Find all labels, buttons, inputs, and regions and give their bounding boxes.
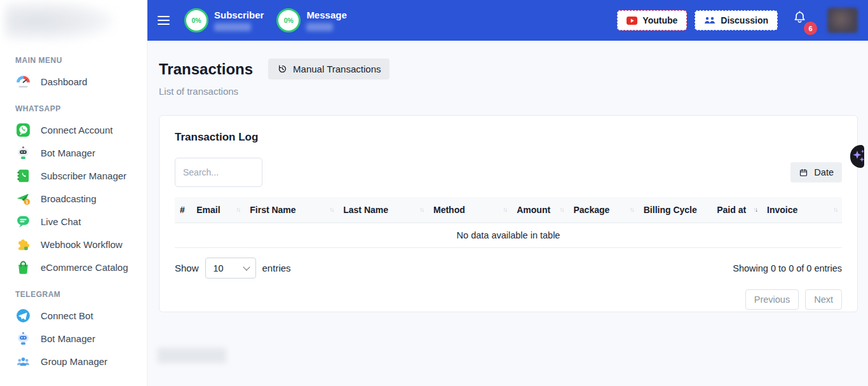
section-title-whatsapp: WHATSAPP bbox=[15, 104, 132, 113]
gauge-icon bbox=[15, 73, 31, 90]
shopping-bag-icon bbox=[15, 259, 31, 275]
calendar-icon bbox=[799, 168, 808, 177]
sidebar: MAIN MENU Dashboard WHATSAPP Connect Acc… bbox=[0, 0, 147, 386]
footer-text-blurred bbox=[158, 348, 226, 363]
column-header-last-name[interactable]: Last Name↑↓ bbox=[338, 197, 428, 223]
previous-page-button[interactable]: Previous bbox=[745, 289, 799, 310]
manual-transactions-label: Manual Transactions bbox=[293, 64, 381, 74]
sidebar-item-label: Bot Manager bbox=[41, 148, 95, 158]
subscriber-progress-circle: 0% bbox=[184, 8, 208, 32]
message-stat-label: Message bbox=[306, 10, 346, 20]
sidebar-item-ecommerce-catalog[interactable]: eCommerce Catalog bbox=[6, 256, 140, 279]
puzzle-icon bbox=[15, 236, 31, 252]
menu-toggle-icon[interactable] bbox=[158, 16, 172, 25]
section-title-telegram: TELEGRAM bbox=[15, 290, 132, 299]
sidebar-item-label: Broadcasting bbox=[41, 193, 97, 204]
notification-count-badge: 6 bbox=[804, 22, 817, 35]
sidebar-item-connect-bot[interactable]: Connect Bot bbox=[6, 304, 140, 327]
discussion-button-label: Discussion bbox=[721, 15, 768, 25]
search-input[interactable] bbox=[175, 158, 262, 187]
card-title: Transaction Log bbox=[175, 131, 842, 144]
youtube-button-label: Youtube bbox=[642, 15, 677, 25]
subscriber-stat-value-blurred bbox=[214, 23, 251, 31]
robot-blue-icon bbox=[15, 330, 31, 347]
sidebar-item-label: Dashboard bbox=[41, 76, 87, 87]
sidebar-item-label: Webhook Workflow bbox=[41, 239, 123, 250]
users-icon bbox=[704, 16, 715, 25]
sidebar-item-label: Connect Bot bbox=[41, 310, 93, 321]
ai-assistant-button[interactable] bbox=[850, 145, 864, 168]
sort-icon: ↑↓ bbox=[833, 207, 837, 213]
date-filter-button[interactable]: Date bbox=[790, 162, 842, 183]
sidebar-item-label: Bot Manager bbox=[41, 333, 95, 344]
entries-label: entries bbox=[262, 263, 291, 273]
column-header-paid-at[interactable]: Paid at↑↓ bbox=[712, 197, 762, 223]
user-avatar[interactable] bbox=[827, 8, 858, 33]
table-header-row: # Email↑↓ First Name↑↓ Last Name↑↓ Metho… bbox=[175, 197, 842, 223]
sidebar-item-live-chat[interactable]: Live Chat bbox=[6, 210, 140, 233]
show-label: Show bbox=[175, 263, 199, 273]
youtube-button[interactable]: Youtube bbox=[617, 10, 687, 31]
showing-entries-text: Showing 0 to 0 of 0 entries bbox=[733, 263, 842, 273]
manual-transactions-button[interactable]: Manual Transactions bbox=[268, 59, 390, 79]
sparkles-icon bbox=[853, 148, 865, 165]
column-header-email[interactable]: Email↑↓ bbox=[191, 197, 245, 223]
date-button-label: Date bbox=[814, 167, 834, 177]
transaction-log-card: Transaction Log Date # Email↑↓ First Nam… bbox=[159, 115, 858, 312]
svg-text:1: 1 bbox=[25, 199, 28, 203]
sidebar-item-bot-manager-whatsapp[interactable]: Bot Manager bbox=[6, 141, 140, 164]
column-header-index: # bbox=[175, 197, 191, 223]
sidebar-item-group-manager[interactable]: Group Manager bbox=[6, 350, 140, 373]
sort-icon: ↑↓ bbox=[419, 207, 423, 213]
notifications-button[interactable]: 6 bbox=[792, 10, 811, 31]
sidebar-item-label: Subscriber Manager bbox=[41, 170, 126, 181]
column-header-first-name[interactable]: First Name↑↓ bbox=[245, 197, 338, 223]
page-subtitle: List of transactions bbox=[147, 79, 868, 97]
contact-book-icon bbox=[15, 167, 31, 184]
discussion-button[interactable]: Discussion bbox=[695, 10, 778, 31]
column-header-package[interactable]: Package↑↓ bbox=[569, 197, 639, 223]
section-title-main-menu: MAIN MENU bbox=[15, 56, 132, 65]
paper-plane-icon: 1 bbox=[15, 190, 31, 207]
next-page-button[interactable]: Next bbox=[805, 289, 842, 310]
telegram-icon bbox=[15, 307, 31, 324]
whatsapp-icon bbox=[15, 121, 31, 138]
message-stat: 0% Message bbox=[276, 8, 346, 32]
column-header-billing-cycle: Billing Cycle bbox=[639, 197, 712, 223]
sort-icon: ↑↓ bbox=[329, 207, 333, 213]
page-title: Transactions bbox=[159, 60, 253, 78]
topbar: 0% Subscriber 0% Message Youtube Discuss… bbox=[147, 0, 868, 41]
message-progress-circle: 0% bbox=[276, 8, 301, 32]
app-logo bbox=[5, 1, 113, 41]
message-stat-value-blurred bbox=[306, 23, 333, 31]
column-header-method[interactable]: Method↑↓ bbox=[428, 197, 512, 223]
history-icon bbox=[277, 64, 288, 74]
robot-green-icon bbox=[15, 144, 31, 161]
main-content: Transactions Manual Transactions List of… bbox=[147, 41, 868, 386]
chat-bubble-icon bbox=[15, 213, 31, 230]
column-header-invoice[interactable]: Invoice↑↓ bbox=[762, 197, 842, 223]
sidebar-item-webhook-workflow[interactable]: Webhook Workflow bbox=[6, 233, 140, 256]
transactions-table: # Email↑↓ First Name↑↓ Last Name↑↓ Metho… bbox=[175, 197, 842, 248]
sidebar-item-connect-account[interactable]: Connect Account bbox=[6, 118, 140, 141]
youtube-icon bbox=[627, 17, 637, 25]
sort-icon: ↑↓ bbox=[236, 207, 240, 213]
sidebar-item-dashboard[interactable]: Dashboard bbox=[6, 70, 140, 93]
column-header-amount[interactable]: Amount↑↓ bbox=[512, 197, 568, 223]
page-size-select[interactable]: 10 bbox=[205, 258, 256, 279]
sidebar-item-subscriber-manager[interactable]: Subscriber Manager bbox=[6, 164, 140, 187]
sidebar-item-label: eCommerce Catalog bbox=[41, 262, 128, 273]
users-group-icon bbox=[15, 353, 31, 369]
sidebar-nav: MAIN MENU Dashboard WHATSAPP Connect Acc… bbox=[0, 45, 147, 373]
sidebar-item-label: Live Chat bbox=[41, 216, 81, 227]
sort-icon: ↑↓ bbox=[560, 207, 564, 213]
sort-icon: ↑↓ bbox=[630, 207, 634, 213]
empty-state-row: No data available in table bbox=[175, 223, 842, 248]
sidebar-item-broadcasting[interactable]: 1 Broadcasting bbox=[6, 187, 140, 210]
empty-state-text: No data available in table bbox=[175, 223, 842, 248]
sort-icon: ↑↓ bbox=[503, 207, 506, 213]
subscriber-stat: 0% Subscriber bbox=[184, 8, 264, 32]
sort-icon-active: ↑↓ bbox=[753, 207, 757, 213]
sidebar-item-label: Connect Account bbox=[41, 125, 112, 135]
sidebar-item-bot-manager-telegram[interactable]: Bot Manager bbox=[6, 327, 140, 350]
